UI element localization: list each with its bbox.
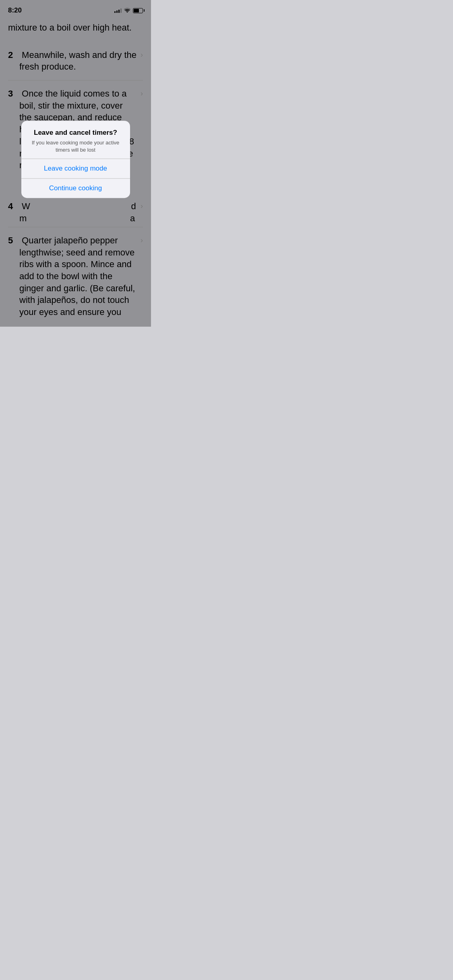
alert-header: Leave and cancel timers? If you leave co… xyxy=(21,121,130,159)
alert-leave-button[interactable]: Leave cooking mode xyxy=(21,159,130,179)
alert-message: If you leave cooking mode your active ti… xyxy=(29,139,122,154)
alert-title: Leave and cancel timers? xyxy=(29,129,122,137)
alert-dialog: Leave and cancel timers? If you leave co… xyxy=(21,121,130,198)
alert-continue-button[interactable]: Continue cooking xyxy=(21,179,130,198)
